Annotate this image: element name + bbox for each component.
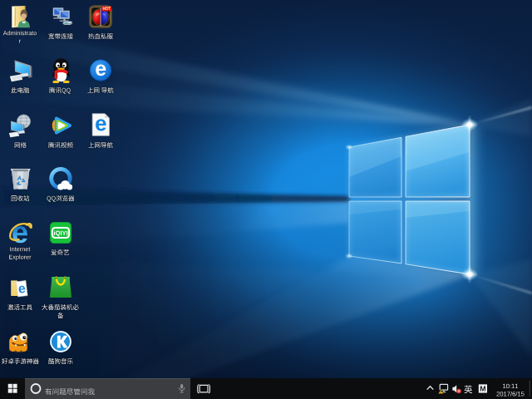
svg-text:HOT: HOT xyxy=(102,7,111,11)
